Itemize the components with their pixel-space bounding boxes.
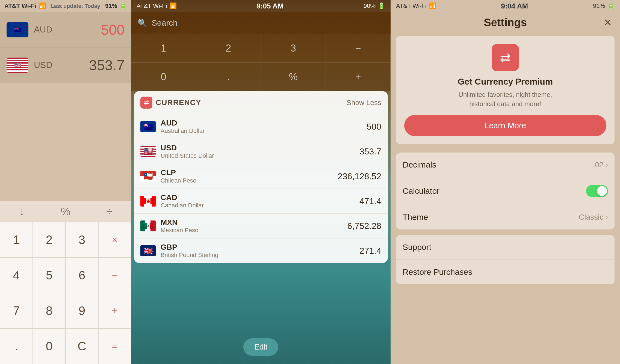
aud-info: AUD Australian Dollar bbox=[161, 119, 367, 135]
widget-item-usd[interactable]: 🇺🇸 USD United States Dollar 353.7 bbox=[134, 139, 388, 164]
p2-status-left: AT&T Wi-Fi 📶 bbox=[137, 2, 177, 10]
aud-flag: 🇦🇺 bbox=[7, 22, 28, 37]
calculator-toggle[interactable] bbox=[586, 185, 608, 197]
flag-aud-widget: 🇦🇺 bbox=[140, 121, 156, 132]
carrier-1: AT&T Wi-Fi bbox=[4, 2, 36, 10]
kp-1[interactable]: 1 bbox=[131, 34, 196, 62]
usd-code: USD bbox=[34, 60, 89, 70]
widget-item-gbp[interactable]: 🇬🇧 GBP British Pound Sterling 271.4 bbox=[134, 238, 388, 263]
usd-value-w: 353.7 bbox=[359, 147, 381, 157]
keypad-overlay: 1 2 3 − 0 . % + bbox=[131, 34, 391, 91]
percent-btn[interactable]: % bbox=[52, 205, 79, 218]
premium-description: Unlimited favorites, night theme,histori… bbox=[459, 90, 552, 108]
mxn-code-w: MXN bbox=[161, 218, 347, 227]
btn-1[interactable]: 1 bbox=[0, 222, 33, 258]
settings-list-secondary: Support Restore Purchases bbox=[396, 235, 615, 284]
premium-icon: ⇄ bbox=[492, 44, 519, 71]
premium-card: ⇄ Get Currency Premium Unlimited favorit… bbox=[396, 36, 615, 144]
widget-app-icon: ⇄ bbox=[140, 97, 152, 109]
widget-item-aud[interactable]: 🇦🇺 AUD Australian Dollar 500 bbox=[134, 114, 388, 139]
btn-minus[interactable]: − bbox=[98, 258, 131, 293]
currency-widget: ⇄ CURRENCY Show Less 🇦🇺 AUD Australian D… bbox=[134, 91, 388, 263]
usd-flag: 🇺🇸 bbox=[7, 58, 28, 73]
btn-2[interactable]: 2 bbox=[33, 222, 66, 258]
p3-status-left: AT&T Wi-Fi 📶 bbox=[396, 2, 436, 10]
btn-0[interactable]: 0 bbox=[33, 329, 66, 364]
status-right-1: 91% 🔋 bbox=[105, 2, 127, 10]
settings-restore[interactable]: Restore Purchases bbox=[396, 260, 615, 284]
calculator-label: Calculator bbox=[403, 186, 439, 196]
support-label: Support bbox=[403, 243, 431, 252]
usd-code-w: USD bbox=[161, 144, 359, 152]
btn-5[interactable]: 5 bbox=[33, 258, 66, 293]
kp-3[interactable]: 3 bbox=[261, 34, 326, 62]
divide-btn[interactable]: ÷ bbox=[96, 205, 123, 218]
btn-3[interactable]: 3 bbox=[66, 222, 98, 258]
aud-name-w: Australian Dollar bbox=[161, 127, 367, 135]
carrier-2: AT&T Wi-Fi bbox=[137, 2, 167, 10]
settings-list-primary: Decimals .02 › Calculator Theme Classic … bbox=[396, 153, 615, 229]
wifi-icon-1: 📶 bbox=[39, 2, 46, 10]
widget-title: CURRENCY bbox=[156, 98, 201, 107]
flag-mxn-widget: 🇲🇽 bbox=[140, 220, 156, 231]
edit-button[interactable]: Edit bbox=[243, 338, 278, 356]
kp-pct[interactable]: % bbox=[261, 62, 326, 91]
settings-support[interactable]: Support bbox=[396, 235, 615, 260]
settings-decimals[interactable]: Decimals .02 › bbox=[396, 153, 615, 177]
btn-7[interactable]: 7 bbox=[0, 293, 33, 329]
close-button[interactable]: ✕ bbox=[598, 17, 612, 28]
status-bar-3: AT&T Wi-Fi 📶 9:04 AM 91% 🔋 bbox=[391, 0, 620, 12]
panel-widget: AT&T Wi-Fi 📶 9:05 AM 90% 🔋 🔍 Search 1 2 … bbox=[131, 0, 391, 364]
widget-header-left: ⇄ CURRENCY bbox=[140, 97, 201, 109]
btn-plus[interactable]: + bbox=[98, 293, 131, 329]
widget-icon-symbol: ⇄ bbox=[144, 99, 149, 106]
battery-1: 91% bbox=[105, 2, 117, 10]
show-less-button[interactable]: Show Less bbox=[347, 99, 381, 107]
theme-val: Classic bbox=[579, 213, 603, 222]
search-input[interactable]: Search bbox=[152, 18, 178, 28]
usd-row[interactable]: 🇺🇸 USD 353.7 bbox=[0, 47, 131, 83]
gbp-value-w: 271.4 bbox=[359, 246, 381, 256]
btn-4[interactable]: 4 bbox=[0, 258, 33, 293]
btn-clear[interactable]: C bbox=[66, 329, 98, 364]
aud-code: AUD bbox=[34, 25, 101, 35]
kp-0[interactable]: 0 bbox=[131, 62, 196, 91]
gbp-info: GBP British Pound Sterling bbox=[161, 243, 359, 259]
restore-label: Restore Purchases bbox=[403, 267, 472, 277]
btn-dot[interactable]: . bbox=[0, 329, 33, 364]
usd-info: USD United States Dollar bbox=[161, 144, 359, 159]
carrier-3: AT&T Wi-Fi bbox=[396, 2, 427, 10]
settings-calculator[interactable]: Calculator bbox=[396, 177, 615, 205]
widget-item-clp[interactable]: 🇨🇱 CLP Chilean Peso 236,128.52 bbox=[134, 164, 388, 189]
aud-row[interactable]: 🇦🇺 AUD 500 bbox=[0, 12, 131, 47]
mxn-name-w: Mexican Peso bbox=[161, 227, 347, 234]
mxn-info: MXN Mexican Peso bbox=[161, 218, 347, 234]
settings-title: Settings bbox=[412, 16, 598, 29]
btn-8[interactable]: 8 bbox=[33, 293, 66, 329]
clp-name-w: Chilean Peso bbox=[161, 177, 338, 184]
status-left-1: AT&T Wi-Fi 📶 bbox=[4, 2, 46, 10]
search-icon: 🔍 bbox=[138, 19, 147, 28]
battery-pct-2: 90% bbox=[364, 2, 376, 10]
search-bar[interactable]: 🔍 Search bbox=[131, 12, 391, 34]
flag-cad-widget: 🇨🇦 bbox=[140, 196, 156, 207]
btn-multiply[interactable]: × bbox=[98, 222, 131, 258]
btn-6[interactable]: 6 bbox=[66, 258, 98, 293]
kp-dot[interactable]: . bbox=[196, 62, 261, 91]
btn-equals[interactable]: = bbox=[98, 329, 131, 364]
exchange-icon: ⇄ bbox=[500, 50, 511, 65]
btn-9[interactable]: 9 bbox=[66, 293, 98, 329]
usd-name-w: United States Dollar bbox=[161, 152, 359, 159]
down-arrow-btn[interactable]: ↓ bbox=[8, 205, 36, 218]
kp-2[interactable]: 2 bbox=[196, 34, 261, 62]
toggle-knob bbox=[597, 186, 607, 196]
kp-plus[interactable]: + bbox=[326, 62, 391, 91]
widget-item-cad[interactable]: 🇨🇦 CAD Canadian Dollar 471.4 bbox=[134, 189, 388, 214]
kp-minus[interactable]: − bbox=[326, 34, 391, 62]
settings-theme[interactable]: Theme Classic › bbox=[396, 205, 615, 229]
battery-icon-3: 🔋 bbox=[607, 2, 615, 10]
aud-value-w: 500 bbox=[367, 122, 381, 132]
widget-item-mxn[interactable]: 🇲🇽 MXN Mexican Peso 6,752.28 bbox=[134, 214, 388, 238]
learn-more-button[interactable]: Learn More bbox=[404, 115, 606, 136]
theme-value: Classic › bbox=[579, 213, 608, 222]
